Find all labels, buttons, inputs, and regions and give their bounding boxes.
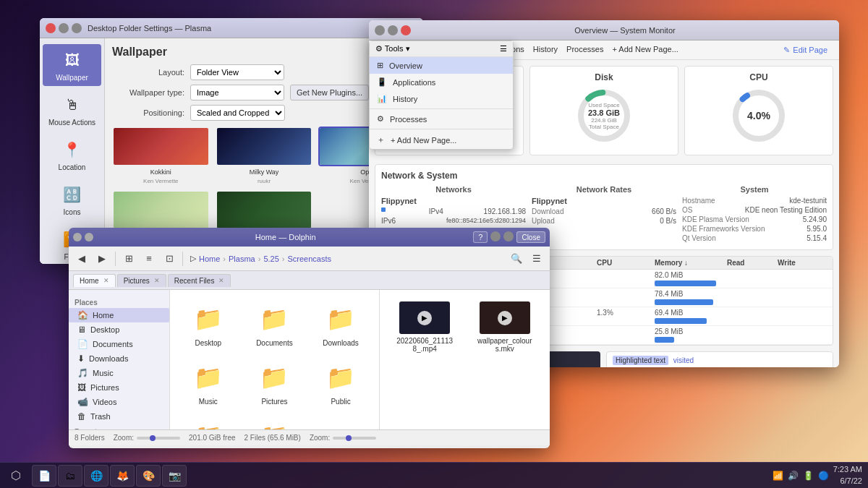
add-icon: ＋ (377, 134, 385, 145)
sidebar-home[interactable]: 🏠 Home (69, 308, 169, 322)
proc-read-3 (727, 309, 778, 324)
desktop-folder-name: Desktop (195, 339, 221, 347)
dolphin-back-btn[interactable]: ◀ (73, 250, 90, 267)
wallpaper-max-btn[interactable] (72, 23, 82, 33)
positioning-select[interactable]: Scaled and Cropped (190, 105, 285, 121)
dolphin-min-btn[interactable] (490, 231, 501, 241)
app-menu-btn[interactable]: ⬡ (6, 466, 26, 486)
sidebar-documents[interactable]: 📄 Documents (69, 337, 169, 351)
sidebar-desktop[interactable]: 🖥 Desktop (69, 322, 169, 337)
sysmon-close-btn[interactable] (401, 25, 411, 35)
sidebar-music[interactable]: 🎵 Music (69, 366, 169, 380)
sysmon-edit-page-btn[interactable]: ✎ Edit Page (778, 44, 833, 56)
sysmon-nav-processes[interactable]: Processes (566, 43, 603, 56)
light-visited-link[interactable]: visited (673, 356, 694, 364)
file-pictures[interactable]: 📁 Pictures (244, 356, 306, 410)
tools-menu-overview[interactable]: ⊞ Overview (370, 57, 513, 74)
sidebar-toggle-icon[interactable]: ☰ (500, 44, 507, 53)
bread-current[interactable]: Home (199, 254, 220, 263)
sysmon-nav-add[interactable]: + Add New Page... (612, 43, 678, 56)
dolphin-compact-btn[interactable]: ⊡ (161, 250, 178, 267)
bread-version[interactable]: 5.25 (263, 254, 278, 263)
tab-pictures-close[interactable]: ✕ (154, 277, 160, 284)
tab-recent-close[interactable]: ✕ (218, 277, 224, 284)
dolphin-max-btn[interactable] (503, 231, 514, 241)
file-public[interactable]: 📁 Public (310, 356, 372, 410)
light-disabled-row: Disabled text link visited (613, 367, 827, 367)
dolphin-content-area: 📁 Desktop 📁 Documents 📁 Downloads 📁 Musi… (170, 290, 550, 429)
layout-select[interactable]: Folder View (190, 64, 284, 80)
qt-label: Qt Version (682, 234, 716, 242)
file-video-1[interactable]: ▶ 20220606_211138_.mp4 (387, 297, 463, 357)
dolphin-tab-pictures[interactable]: Pictures ✕ (117, 274, 166, 287)
tab-home-close[interactable]: ✕ (103, 277, 109, 284)
wallpaper-item-milkyway[interactable]: Milky Way ruukr (216, 127, 313, 184)
sidebar-item-wallpaper[interactable]: 🖼 Wallpaper (43, 44, 101, 86)
dolphin-grid-btn[interactable]: ⊞ (120, 250, 137, 267)
wallpaper-item-kokkini[interactable]: Kokkini Ken Vermette (112, 127, 210, 184)
get-new-plugins-btn[interactable]: Get New Plugins... (290, 85, 369, 100)
zoom-slider-2[interactable] (333, 437, 376, 440)
dolphin-toolbar: ◀ ▶ ⊞ ≡ ⊡ ▷ Home › Plasma › 5.25 › Scree… (69, 247, 550, 271)
dolphin-forward-btn[interactable]: ▶ (93, 250, 111, 267)
sysmon-nav-history[interactable]: History (533, 43, 558, 56)
dolphin-ctrl-1[interactable] (73, 233, 82, 241)
wallpaper-min-btn[interactable] (59, 23, 69, 33)
file-desktop[interactable]: 📁 Desktop (177, 297, 239, 351)
dolphin-tab-recent[interactable]: Recent Files ✕ (168, 274, 231, 287)
bread-screencasts[interactable]: Screencasts (287, 254, 331, 263)
file-downloads[interactable]: 📁 Downloads (310, 297, 372, 351)
file-videos[interactable]: 📁 Videos (244, 414, 306, 429)
taskbar-clock[interactable]: 7:23 AM 6/7/22 (833, 464, 862, 487)
zoom-slider-1[interactable] (137, 437, 180, 440)
tools-menu-applications[interactable]: 📱 Applications (370, 74, 513, 90)
dolphin-tab-home[interactable]: Home ✕ (73, 274, 116, 287)
sidebar-item-mouse-actions[interactable]: 🖱 Mouse Actions (43, 89, 101, 131)
file-video-2[interactable]: ▶ wallpaper_colours.mkv (467, 297, 542, 357)
taskbar-app-2[interactable]: 🗂 (58, 465, 82, 487)
file-music[interactable]: 📁 Music (177, 356, 239, 410)
tools-divider-2 (370, 129, 513, 129)
sysmon-max-btn[interactable] (388, 25, 398, 35)
sidebar-item-icons[interactable]: 🔠 Icons (43, 179, 101, 221)
proc-col-read[interactable]: Read (727, 259, 778, 267)
proc-read-4 (727, 328, 778, 343)
music-sidebar-label: Music (93, 369, 114, 377)
taskbar-app-4[interactable]: 🦊 (110, 465, 135, 487)
proc-col-cpu[interactable]: CPU (597, 259, 655, 267)
taskbar-app-6[interactable]: 📷 (162, 465, 187, 487)
tools-menu-processes[interactable]: ⚙ Processes (370, 111, 513, 127)
sysmon-min-btn[interactable] (375, 25, 385, 35)
sidebar-pictures[interactable]: 🖼 Pictures (69, 380, 169, 395)
proc-col-memory[interactable]: Memory ↓ (655, 259, 727, 267)
file-templates[interactable]: 📁 Templates (177, 414, 239, 429)
dolphin-ctrl-2[interactable] (85, 233, 93, 241)
sidebar-downloads[interactable]: ⬇ Downloads (69, 351, 169, 366)
file-documents[interactable]: 📁 Documents (244, 297, 306, 351)
taskbar-app-1[interactable]: 📄 (32, 465, 56, 487)
light-disabled-link[interactable]: link (658, 367, 669, 367)
wallpaper-close-btn[interactable] (46, 23, 56, 33)
dolphin-search-btn[interactable]: 🔍 (508, 250, 525, 267)
taskbar-right: 📶 🔊 🔋 🔵 7:23 AM 6/7/22 (773, 464, 862, 487)
music-sidebar-icon: 🎵 (77, 368, 88, 378)
sidebar-item-location[interactable]: 📍 Location (43, 134, 101, 176)
taskbar-app-5[interactable]: 🎨 (136, 465, 161, 487)
sidebar-videos[interactable]: 📹 Videos (69, 395, 169, 409)
dolphin-menu-btn[interactable]: ☰ (528, 250, 545, 267)
taskbar-app-3[interactable]: 🌐 (84, 465, 109, 487)
light-disabled-visited[interactable]: visited (671, 367, 691, 367)
sidebar-trash[interactable]: 🗑 Trash (69, 409, 169, 424)
tools-menu-add[interactable]: ＋ + Add New Page... (370, 131, 513, 149)
tools-menu-history[interactable]: 📊 History (370, 90, 513, 107)
tools-title: ⚙ Tools ▾ (375, 44, 410, 53)
wallpaper-type-select[interactable]: Image (190, 85, 284, 100)
bread-plasma[interactable]: Plasma (229, 254, 255, 263)
dolphin-list-btn[interactable]: ≡ (140, 250, 158, 267)
video2-thumb: ▶ (480, 301, 530, 334)
upload-label: Upload (532, 217, 555, 225)
dolphin-close-btn[interactable]: Close (516, 231, 545, 243)
dolphin-help-btn[interactable]: ? (473, 231, 488, 243)
frameworks-value: 5.95.0 (807, 225, 827, 233)
proc-col-write[interactable]: Write (778, 259, 828, 267)
